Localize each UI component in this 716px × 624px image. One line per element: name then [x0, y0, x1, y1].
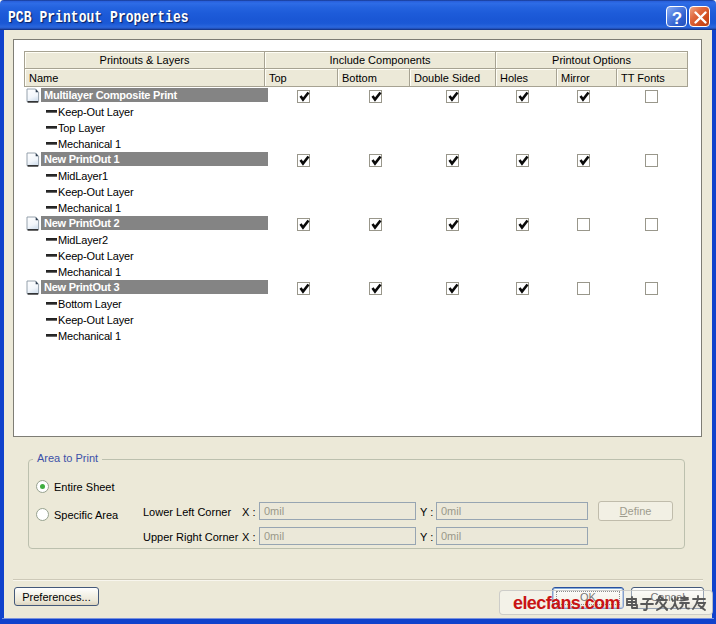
svg-text:?: ? [672, 9, 682, 28]
